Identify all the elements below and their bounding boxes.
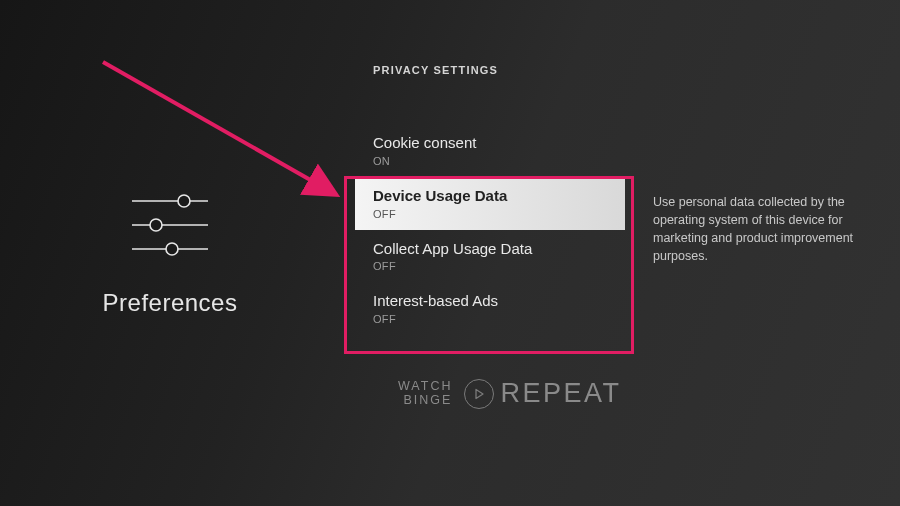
svg-point-3 <box>150 219 162 231</box>
item-value: OFF <box>373 208 607 220</box>
sliders-icon <box>122 189 218 261</box>
section-heading: PRIVACY SETTINGS <box>373 64 625 76</box>
svg-point-5 <box>166 243 178 255</box>
watermark-right: REPEAT <box>500 378 621 409</box>
watermark-left: WATCH BINGE <box>398 380 452 406</box>
item-interest-based-ads[interactable]: Interest-based Ads OFF <box>355 282 625 335</box>
item-description: Use personal data collected by the opera… <box>653 193 861 266</box>
svg-point-1 <box>178 195 190 207</box>
item-label: Collect App Usage Data <box>373 240 607 259</box>
item-value: OFF <box>373 260 607 272</box>
play-icon <box>464 379 494 409</box>
item-value: OFF <box>373 313 607 325</box>
left-panel: Preferences <box>0 0 340 506</box>
watermark-line2: BINGE <box>404 394 453 407</box>
item-cookie-consent[interactable]: Cookie consent ON <box>355 124 625 177</box>
item-label: Cookie consent <box>373 134 607 153</box>
item-label: Interest-based Ads <box>373 292 607 311</box>
watermark: WATCH BINGE REPEAT <box>398 378 621 409</box>
item-label: Device Usage Data <box>373 187 607 206</box>
settings-column: PRIVACY SETTINGS Cookie consent ON Devic… <box>355 64 625 335</box>
page-title: Preferences <box>103 289 238 317</box>
item-device-usage-data[interactable]: Device Usage Data OFF <box>355 177 625 230</box>
item-value: ON <box>373 155 607 167</box>
watermark-line1: WATCH <box>398 380 452 393</box>
item-collect-app-usage[interactable]: Collect App Usage Data OFF <box>355 230 625 283</box>
